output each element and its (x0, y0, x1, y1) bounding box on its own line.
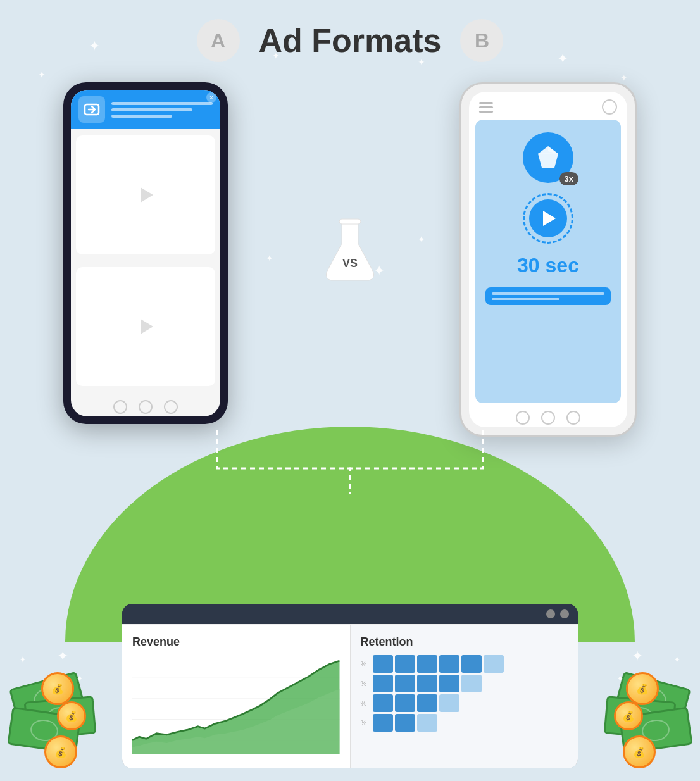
play-icon (141, 187, 153, 203)
banner-ad-icon (78, 96, 105, 123)
retention-row: % (361, 694, 568, 712)
retention-cell (395, 714, 415, 732)
revenue-section: Revenue (122, 624, 350, 768)
percent-label: % (361, 680, 371, 687)
window-dot (560, 609, 569, 618)
banner-text-lines (111, 102, 213, 118)
play-icon (141, 319, 153, 334)
nav-button[interactable] (164, 400, 178, 414)
close-icon[interactable]: × (206, 92, 216, 103)
retention-row: % (361, 675, 568, 692)
percent-label: % (361, 699, 371, 707)
rewarded-ad-content: 3x 30 sec (475, 120, 621, 403)
retention-grid: % % (361, 655, 568, 732)
sparkle-icon: ✦ (557, 51, 568, 67)
retention-cell (373, 694, 393, 712)
play-button[interactable] (529, 199, 567, 237)
money-decoration-right: 💰 💰 💰 ✦ ✦ ✦ (592, 642, 694, 768)
phone-a-nav (71, 392, 220, 416)
retention-cell (439, 655, 459, 673)
nav-button[interactable] (566, 411, 580, 425)
retention-cell (373, 714, 393, 732)
retention-cell (395, 655, 415, 673)
retention-title: Retention (361, 635, 568, 649)
retention-cell (417, 655, 437, 673)
nav-button[interactable] (516, 411, 530, 425)
hamburger-icon (479, 102, 493, 113)
diamond-reward: 3x (523, 132, 573, 183)
banner-ad: × (71, 90, 220, 129)
play-circle[interactable] (523, 193, 573, 244)
sparkle-icon: ✦ (272, 51, 280, 61)
svg-rect-1 (339, 219, 361, 224)
vs-flask: VS (322, 215, 378, 285)
money-decoration-left: 💰 💰 💰 ✦ ✦ ✦ (6, 642, 108, 768)
duration-text: 30 sec (517, 254, 579, 277)
phone-b: 3x 30 sec (459, 82, 637, 437)
phone-a: × (63, 82, 228, 424)
header-button[interactable] (602, 99, 617, 115)
sparkle-icon: ✦ (620, 73, 628, 83)
phone-a-screen: × (71, 90, 220, 416)
percent-label: % (361, 660, 371, 668)
svg-text:VS: VS (342, 257, 358, 270)
window-dot (546, 609, 555, 618)
retention-cell (439, 694, 459, 712)
rewarded-cta-button[interactable] (485, 287, 611, 305)
phone-b-screen: 3x 30 sec (469, 92, 627, 427)
diamond-icon (534, 144, 562, 172)
nav-button[interactable] (113, 400, 127, 414)
play-triangle-icon (543, 211, 556, 226)
retention-cell (439, 675, 459, 692)
retention-cell (484, 714, 504, 732)
retention-cell (417, 714, 437, 732)
sparkle-icon: ✦ (418, 57, 425, 67)
phone-b-header (469, 92, 627, 120)
header: A Ad Formats B (0, 19, 700, 62)
connector-lines (154, 430, 546, 506)
retention-cell (461, 694, 482, 712)
retention-cell (461, 714, 482, 732)
sparkle-icon: ✦ (89, 38, 100, 54)
retention-cell (484, 675, 504, 692)
retention-row: % (361, 655, 568, 673)
retention-cell (484, 655, 504, 673)
revenue-title: Revenue (132, 635, 340, 649)
retention-cell (439, 714, 459, 732)
content-card-1 (76, 135, 215, 254)
multiplier-badge: 3x (559, 172, 578, 185)
badge-b: B (460, 19, 503, 62)
sparkle-icon: ✦ (266, 253, 273, 263)
content-card-2 (76, 267, 215, 386)
retention-section: Retention % % (350, 624, 578, 768)
analytics-panel-header (122, 604, 578, 624)
page-title: Ad Formats (259, 22, 442, 59)
retention-cell (395, 675, 415, 692)
flask-icon: VS (322, 215, 378, 285)
revenue-chart (132, 655, 340, 756)
retention-cell (395, 694, 415, 712)
retention-cell (373, 655, 393, 673)
retention-cell (461, 655, 482, 673)
sparkle-icon: ✦ (373, 263, 385, 279)
analytics-panel: Revenue Retention % (122, 604, 578, 768)
percent-label: % (361, 719, 371, 727)
phone-b-nav (469, 403, 627, 427)
retention-cell (417, 694, 437, 712)
nav-button[interactable] (139, 400, 153, 414)
sparkle-icon: ✦ (418, 234, 425, 244)
retention-cell (417, 675, 437, 692)
badge-a: A (197, 19, 240, 62)
retention-row: % (361, 714, 568, 732)
retention-cell (461, 675, 482, 692)
analytics-body: Revenue Retention % (122, 624, 578, 768)
retention-cell (484, 694, 504, 712)
sparkle-icon: ✦ (38, 70, 46, 80)
nav-button[interactable] (541, 411, 555, 425)
retention-cell (373, 675, 393, 692)
